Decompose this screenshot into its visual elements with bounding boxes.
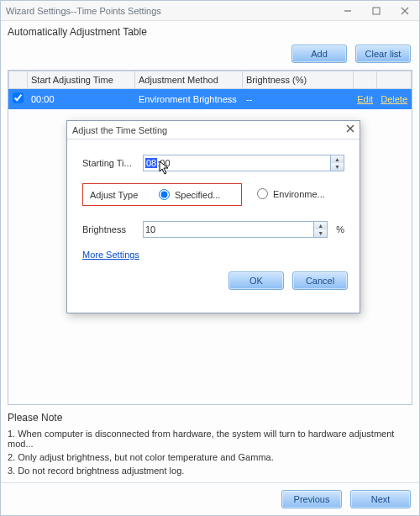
start-rest[interactable]: :00 [157,158,170,168]
window-title: Wizard Settings--Time Points Settings [6,6,161,16]
start-hour-selected[interactable]: 08 [145,158,157,168]
ok-button[interactable]: OK [228,271,284,290]
maximize-button[interactable] [362,1,391,21]
percent-label: % [336,224,344,234]
starting-time-input[interactable]: 08:00 ▲ ▼ [143,155,344,171]
spinner-up-icon[interactable]: ▲ [331,155,344,163]
radio-specified-label: Specified... [175,190,220,200]
spinner-down-icon[interactable]: ▼ [314,229,327,237]
top-button-bar: Add Clear list [1,41,419,70]
dialog-title: Adjust the Time Setting [72,125,167,135]
more-settings-link[interactable]: More Settings [82,250,139,260]
edit-link[interactable]: Edit [354,89,377,109]
radio-specified-input[interactable] [159,189,170,200]
radio-specified[interactable]: Specified... [159,189,220,200]
adjust-type-label: Adjust Type [90,190,144,200]
next-button[interactable]: Next [350,490,411,508]
close-window-button[interactable] [391,1,419,21]
col-edit [354,71,377,89]
spinner-down-icon[interactable]: ▼ [331,163,344,171]
brightness-row: Brightness 10 ▲ ▼ % [82,221,344,238]
col-start: Start Adjusting Time [28,71,135,89]
previous-button[interactable]: Previous [281,490,342,508]
brightness-label: Brightness [82,224,143,234]
add-button[interactable]: Add [291,45,347,63]
starting-time-label: Starting Ti... [82,158,143,168]
note-line-3: 3. Do not record brightness adjustment l… [8,466,412,476]
col-method: Adjustment Method [135,71,243,89]
bottom-bar: Previous Next [1,482,419,515]
dialog-footer: OK Cancel [67,271,360,298]
adjust-type-highlight-box: Adjust Type Specified... [82,183,242,206]
radio-environment-input[interactable] [257,188,268,199]
starting-time-row: Starting Ti... 08:00 ▲ ▼ [82,155,344,171]
col-check [9,71,28,89]
note-line-2: 2. Only adjust brightness, but not color… [8,452,412,462]
notes-section: Please Note 1. When computer is disconne… [1,405,419,482]
adjustment-table: Start Adjusting Time Adjustment Method B… [8,71,412,109]
radio-environment-label: Environme... [273,189,325,199]
radio-environment[interactable]: Environme... [257,188,325,199]
cell-start: 00:00 [28,89,135,109]
svg-rect-1 [373,8,380,14]
close-icon[interactable] [346,124,354,135]
spinner-up-icon[interactable]: ▲ [314,222,327,229]
delete-link[interactable]: Delete [377,89,412,109]
notes-header: Please Note [8,412,412,424]
cell-method: Environment Brightness [135,89,243,109]
col-brightness: Brightness (%) [243,71,354,89]
row-checkbox[interactable] [9,89,28,109]
dialog-titlebar: Adjust the Time Setting [67,121,360,140]
col-delete [377,71,412,89]
time-setting-dialog: Adjust the Time Setting Starting Ti... 0… [66,120,360,313]
clear-list-button[interactable]: Clear list [355,45,411,63]
note-line-1: 1. When computer is disconnected from ha… [8,429,412,449]
main-window: Wizard Settings--Time Points Settings Au… [0,0,420,516]
brightness-input[interactable]: 10 ▲ ▼ [143,221,328,238]
titlebar: Wizard Settings--Time Points Settings [1,1,419,21]
brightness-value[interactable]: 10 [144,222,313,237]
cancel-button[interactable]: Cancel [292,271,348,290]
table-row[interactable]: 00:00 Environment Brightness -- Edit Del… [9,89,412,109]
table-section-label: Automatically Adjustment Table [1,21,419,41]
cell-brightness: -- [243,89,354,109]
minimize-button[interactable] [333,1,362,21]
row-check-input[interactable] [13,92,24,103]
